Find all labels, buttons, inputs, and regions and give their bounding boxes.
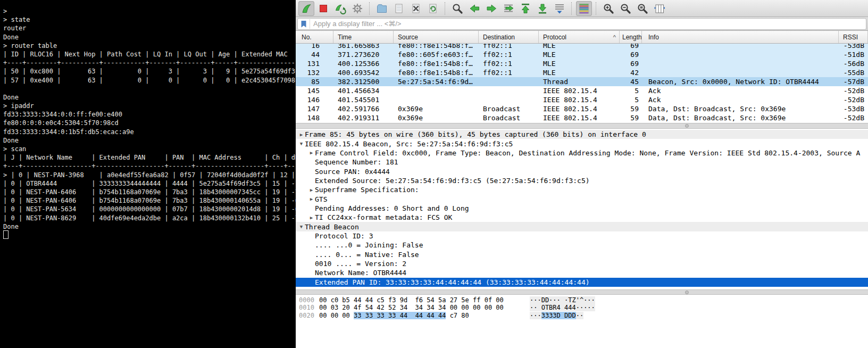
go-to-packet-button[interactable]	[500, 1, 516, 16]
go-next-button[interactable]	[483, 1, 499, 16]
detail-row[interactable]: Extended Source: 5e:27:5a:54:f6:9d:f3:c5…	[296, 176, 868, 185]
column-header-protocol[interactable]: Protocol^	[539, 31, 620, 43]
cell-time: 401.456634	[333, 86, 394, 95]
zoom-original-icon	[637, 3, 648, 14]
detail-row[interactable]: ▶Frame Control Field: 0xc000, Frame Type…	[296, 148, 868, 158]
capture-stop-button[interactable]	[315, 1, 331, 16]
column-header-time[interactable]: Time	[333, 31, 394, 43]
detail-row[interactable]: Extended PAN ID: 33:33:33:33:44:44:44:44…	[296, 278, 868, 287]
terminal-line: > | 0 | NEST-PAN-3968 | a0e4edf55fea6a82…	[3, 171, 296, 179]
terminal-cursor[interactable]	[3, 230, 9, 239]
find-packet-button[interactable]	[449, 1, 465, 16]
detail-row[interactable]: Network Name: OTBR4444	[296, 268, 868, 277]
detail-text: Sequence Number: 181	[315, 158, 398, 166]
expand-arrow-icon[interactable]: ▶	[298, 132, 305, 137]
go-previous-button[interactable]	[466, 1, 482, 16]
terminal-window[interactable]: >> staterouterDone> router table| ID | R…	[0, 0, 296, 348]
display-filter-field[interactable]	[297, 18, 866, 30]
cell-info: Ack	[642, 86, 839, 95]
colorize-button[interactable]	[576, 1, 592, 16]
detail-row[interactable]: ▼IEEE 802.15.4 Beacon, Src: 5e:27:5a:54:…	[296, 139, 868, 148]
colorize-icon	[578, 3, 590, 14]
detail-row[interactable]: ▶Superframe Specification:	[296, 185, 868, 194]
column-header-source[interactable]: Source	[394, 31, 479, 43]
detail-row[interactable]: Source PAN: 0x4444	[296, 167, 868, 176]
column-header-no[interactable]: No.	[296, 31, 333, 43]
packet-row-44[interactable]: 44371.273620fe80::605f:e603:f…ff02::1MLE…	[296, 50, 868, 59]
zoom-in-button[interactable]	[600, 1, 616, 16]
packet-row-148[interactable]: 148402.9193110x369eBroadcastIEEE 802.15.…	[296, 113, 868, 122]
detail-row[interactable]: ▼Thread Beacon	[296, 222, 868, 231]
collapse-arrow-icon[interactable]: ▼	[298, 224, 305, 229]
resize-columns-button[interactable]	[652, 1, 667, 16]
packet-bytes-pane: 000000 c0 b5 44 44 c5 f3 9d f6 54 5a 27 …	[296, 295, 868, 348]
cell-protocol: MLE	[539, 68, 620, 77]
packet-row-85[interactable]: 85382.3125005e:27:5a:54:f6:9d…Thread45Be…	[296, 77, 868, 86]
capture-restart-button[interactable]	[332, 1, 348, 16]
cell-destination: ff02::1	[479, 50, 539, 59]
terminal-line: fd33:3333:3344:0:0:ff:fe00:e400	[3, 110, 296, 119]
column-header-length[interactable]: Length	[620, 31, 642, 43]
packet-row-147[interactable]: 147402.5917660x369eBroadcastIEEE 802.15.…	[296, 104, 868, 113]
packet-row-146[interactable]: 146401.545501IEEE 802.15.45Ack-52dB	[296, 95, 868, 104]
display-filter-input[interactable]	[310, 20, 866, 28]
column-header-info[interactable]: Info	[642, 31, 839, 43]
packet-row-145[interactable]: 145401.456634IEEE 802.15.45Ack-52dB	[296, 86, 868, 95]
hex-row-0020[interactable]: 002000 00 00 33 33 33 33 44 44 44 44 c7 …	[296, 312, 868, 319]
zoom-original-button[interactable]	[635, 1, 650, 16]
cell-source: fe80::605f:e603:f…	[394, 50, 479, 59]
expand-arrow-icon[interactable]: ▶	[308, 187, 315, 193]
detail-row[interactable]: Pending Addresses: 0 Short and 0 Long	[296, 204, 868, 213]
cell-info: Data, Dst: Broadcast, Src: 0x369e	[642, 104, 839, 113]
capture-stop-icon	[318, 3, 329, 14]
auto-scroll-button[interactable]	[552, 1, 567, 16]
expand-arrow-icon[interactable]: ▶	[308, 215, 315, 220]
terminal-line: fe80:0:0:0:e0c4:5304:5f70:98cd	[3, 119, 296, 127]
detail-row[interactable]: .... 0... = Native: False	[296, 250, 868, 259]
hex-row-0000[interactable]: 000000 c0 b5 44 44 c5 f3 9d f6 54 5a 27 …	[296, 296, 868, 304]
file-close-button[interactable]	[408, 1, 424, 16]
hex-row-0010[interactable]: 001000 03 20 4f 54 42 52 34 34 34 34 00 …	[296, 304, 868, 311]
packet-row-132[interactable]: 132400.693542fe80::f8e1:54b8:f…ff02::1ML…	[296, 68, 868, 77]
file-save-button[interactable]	[391, 1, 407, 16]
packet-row-131[interactable]: 131400.125366fe80::f8e1:54b8:f…ff02::1ML…	[296, 59, 868, 68]
cell-protocol: IEEE 802.15.4	[539, 104, 620, 113]
cell-time: 371.273620	[333, 50, 394, 59]
detail-row[interactable]: Protocol ID: 3	[296, 231, 868, 241]
collapse-arrow-icon[interactable]: ▼	[298, 141, 305, 146]
go-last-button[interactable]	[535, 1, 550, 16]
detail-row[interactable]: Sequence Number: 181	[296, 158, 868, 167]
detail-row[interactable]: ▶Frame 85: 45 bytes on wire (360 bits), …	[296, 130, 868, 139]
terminal-prompt-line	[3, 231, 296, 239]
expand-arrow-icon[interactable]: ▶	[308, 150, 315, 155]
zoom-out-button[interactable]	[617, 1, 633, 16]
details-bytes-splitter[interactable]	[296, 289, 868, 295]
column-label: Protocol	[543, 34, 566, 41]
expand-arrow-icon[interactable]: ▶	[308, 196, 315, 202]
detail-row[interactable]: ▶GTS	[296, 194, 868, 203]
column-header-rssi[interactable]: RSSI	[839, 31, 868, 43]
terminal-line: +---+------------------+----------------…	[3, 162, 296, 170]
packet-row-16[interactable]: 16361.665863fe80::f8e1:54b8:f…ff02::1MLE…	[296, 44, 868, 50]
hex-ascii: ·· OTBR4 444·····	[530, 304, 595, 311]
file-reload-button[interactable]	[425, 1, 441, 16]
hex-bytes: 00 c0 b5 44 44 c5 f3 9d f6 54 5a 27 5e f…	[319, 296, 504, 304]
file-open-button[interactable]	[374, 1, 390, 16]
filter-bookmark-icon[interactable]	[298, 19, 310, 29]
detail-text: Source PAN: 0x4444	[315, 168, 390, 176]
detail-text: Network Name: OTBR4444	[315, 269, 406, 277]
go-first-button[interactable]	[518, 1, 533, 16]
detail-row[interactable]: .... ...0 = Joining: False	[296, 241, 868, 250]
cell-length: 5	[620, 95, 642, 104]
detail-row[interactable]: 0010 .... = Version: 2	[296, 259, 868, 268]
cell-info: Ack	[642, 95, 839, 104]
detail-row[interactable]: ▶TI CC24xx-format metadata: FCS OK	[296, 213, 868, 222]
capture-start-button[interactable]	[298, 1, 314, 16]
cell-length: 69	[620, 50, 642, 59]
column-header-destination[interactable]: Destination	[479, 31, 539, 43]
list-details-splitter[interactable]	[296, 123, 868, 129]
capture-options-button[interactable]	[349, 1, 365, 16]
cell-length: 59	[620, 104, 642, 113]
toolbar-separator	[369, 2, 370, 15]
detail-text: Frame Control Field: 0xc000, Frame Type:…	[315, 149, 860, 157]
